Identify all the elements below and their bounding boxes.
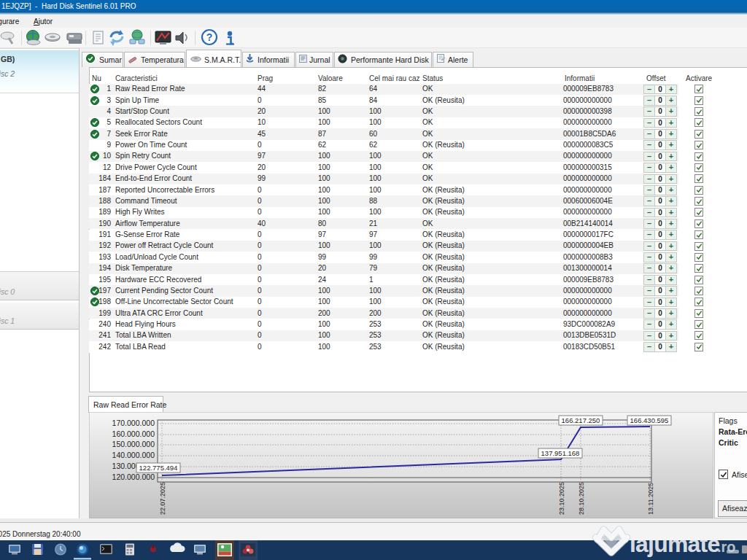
svg-text:22.07.2025: 22.07.2025 (159, 482, 166, 515)
svg-text:?: ? (206, 31, 213, 43)
svg-text:166.217.250: 166.217.250 (562, 416, 600, 424)
svg-text:lajumate: lajumate (630, 531, 719, 557)
svg-text:150.000.000: 150.000.000 (112, 440, 155, 448)
svg-text:13.11.2025: 13.11.2025 (647, 483, 654, 515)
svg-text:160.000.000: 160.000.000 (112, 429, 155, 438)
svg-text:122.775.494: 122.775.494 (139, 464, 178, 472)
svg-text:23.10.2025: 23.10.2025 (558, 482, 565, 515)
svg-text:166.430.595: 166.430.595 (630, 416, 669, 424)
svg-text:120.000.000: 120.000.000 (112, 472, 155, 481)
svg-text:140.000.000: 140.000.000 (112, 451, 155, 459)
svg-text:28.10.2025: 28.10.2025 (578, 482, 585, 515)
svg-text:137.951.168: 137.951.168 (541, 449, 580, 457)
svg-text:170.000.000: 170.000.000 (112, 419, 155, 427)
